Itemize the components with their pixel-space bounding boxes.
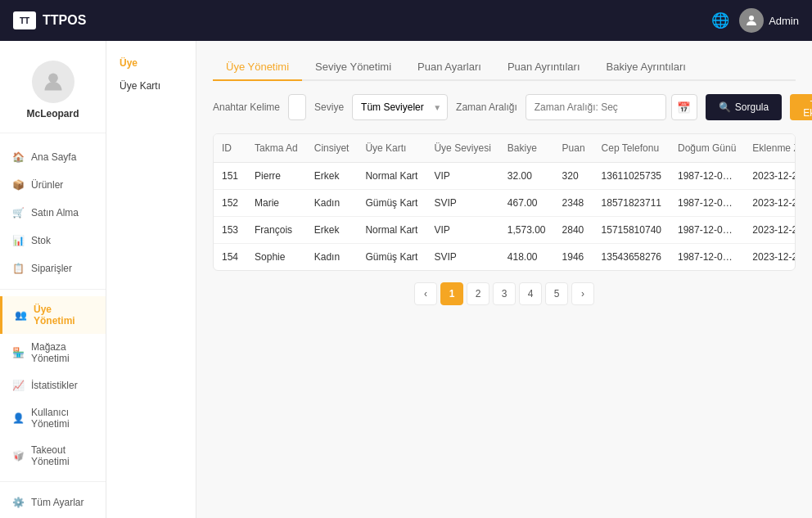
cell-puan: 320 [554, 163, 593, 190]
cell-uye-karti: Normal Kart [357, 163, 426, 190]
globe-icon[interactable]: 🌐 [711, 11, 729, 29]
box-icon: 📦 [11, 178, 25, 191]
zaman-araligi-input[interactable] [526, 94, 666, 120]
tab-uye-yonetimi[interactable]: Üye Yönetimi [213, 54, 302, 81]
sorgu-label: Sorgula [735, 101, 769, 113]
content-area: Üye Üye Kartı Üye Yönetimi Seviye Yöneti… [106, 41, 812, 518]
user-cog-icon: 👤 [11, 412, 25, 425]
page-4-button[interactable]: 4 [519, 282, 542, 305]
main-content: Üye Yönetimi Seviye Yönetimi Puan Ayarla… [196, 41, 812, 518]
col-cinsiyet: Cinsiyet [306, 134, 358, 163]
cell-id: 151 [214, 163, 246, 190]
settings-icon: ⚙️ [11, 496, 25, 509]
cell-dogum-gunu: 1987-12-0… [670, 163, 744, 190]
sidebar-item-takeout-yonetimi[interactable]: 🥡 Takeout Yönetimi [0, 437, 106, 475]
topbar: TT TTPOS 🌐 Admin [0, 0, 812, 41]
sidebar-item-uye-yonetimi[interactable]: 👥 Üye Yönetimi [0, 296, 106, 334]
sidebar: McLeopard 🏠 Ana Sayfa 📦 Ürünler 🛒 Satın … [0, 41, 106, 518]
col-puan: Puan [554, 134, 593, 163]
sidebar-item-kullanici-yonetimi[interactable]: 👤 Kullanıcı Yönetimi [0, 399, 106, 437]
home-icon: 🏠 [11, 151, 25, 164]
users-icon: 👥 [14, 309, 27, 322]
cell-dogum-gunu: 1987-12-0… [670, 217, 744, 244]
page-next-button[interactable]: › [571, 282, 594, 305]
logo: TT TTPOS [13, 11, 86, 29]
cell-cinsiyet: Erkek [306, 217, 358, 244]
cell-uye-seviyesi: SVIP [426, 190, 498, 217]
table-row: 151 Pierre Erkek Normal Kart VIP 32.00 3… [214, 163, 796, 190]
cell-eklenme-zamani: 2023-12-29 15:26:26 [744, 163, 796, 190]
seviye-select-wrap: Tüm Seviyeler VIP SVIP Normal ▼ [352, 94, 448, 120]
page-2-button[interactable]: 2 [467, 282, 489, 305]
store-icon: 🏪 [11, 346, 25, 359]
list-icon: 📋 [11, 262, 25, 275]
sub-nav-uye-karti[interactable]: Üye Kartı [106, 74, 196, 98]
svg-point-0 [749, 16, 754, 20]
cell-eklenme-zamani: 2023-12-29 10:39:04 [744, 244, 796, 271]
seviye-select[interactable]: Tüm Seviyeler VIP SVIP Normal [352, 94, 448, 120]
cell-uye-karti: Gümüş Kart [357, 190, 426, 217]
table-row: 154 Sophie Kadın Gümüş Kart SVIP 418.00 … [214, 244, 796, 271]
admin-avatar [739, 8, 764, 33]
cell-takma-ad: Pierre [246, 163, 306, 190]
sidebar-item-satin-alma[interactable]: 🛒 Satın Alma [0, 199, 106, 227]
cell-puan: 2348 [554, 190, 593, 217]
page-1-button[interactable]: 1 [440, 282, 463, 305]
sidebar-item-istatistikler[interactable]: 📈 İstatistikler [0, 372, 106, 399]
cell-takma-ad: Marie [246, 190, 306, 217]
sidebar-item-label: Ana Sayfa [31, 151, 76, 163]
sidebar-item-magaza-yonetimi[interactable]: 🏪 Mağaza Yönetimi [0, 334, 106, 372]
cell-bakiye: 1,573.00 [499, 217, 554, 244]
cell-dogum-gunu: 1987-12-0… [670, 244, 744, 271]
sidebar-item-stok[interactable]: 📊 Stok [0, 227, 106, 254]
sidebar-item-label: Takeout Yönetimi [31, 444, 94, 467]
anahtar-kelime-input[interactable] [288, 94, 306, 120]
cell-puan: 1946 [554, 244, 593, 271]
members-table-wrap: ID Takma Ad Cinsiyet Üye Kartı Üye Seviy… [213, 133, 796, 271]
cell-uye-seviyesi: SVIP [426, 244, 498, 271]
members-table: ID Takma Ad Cinsiyet Üye Kartı Üye Seviy… [214, 134, 796, 270]
ekle-label: + Ekle [803, 96, 812, 119]
topbar-right: 🌐 Admin [711, 8, 799, 33]
sidebar-item-urunler[interactable]: 📦 Ürünler [0, 171, 106, 199]
sidebar-nav: 🏠 Ana Sayfa 📦 Ürünler 🛒 Satın Alma 📊 Sto… [0, 140, 106, 518]
profile-avatar [32, 61, 74, 103]
sidebar-item-label: Mağaza Yönetimi [31, 341, 94, 364]
cell-cep-telefonu: 13611025735 [593, 163, 670, 190]
sub-nav-header: Üye [106, 52, 196, 74]
tab-puan-ayarlari[interactable]: Puan Ayarları [404, 54, 494, 81]
cell-cep-telefonu: 15715810740 [593, 217, 670, 244]
seviye-label: Seviye [314, 101, 344, 113]
ekle-button[interactable]: + Ekle [790, 94, 812, 120]
calendar-button[interactable]: 📅 [671, 94, 697, 120]
tab-puan-ayrintilari[interactable]: Puan Ayrıntıları [494, 54, 593, 81]
col-dogum-gunu: Doğum Günü [670, 134, 744, 163]
sorgu-button[interactable]: 🔍 Sorgula [706, 94, 782, 120]
logo-text: TTPOS [43, 13, 86, 28]
page-5-button[interactable]: 5 [545, 282, 568, 305]
tab-bakiye-ayrintilari[interactable]: Bakiye Ayrıntıları [593, 54, 699, 81]
page-prev-button[interactable]: ‹ [414, 282, 437, 305]
table-row: 153 François Erkek Normal Kart VIP 1,573… [214, 217, 796, 244]
cell-cinsiyet: Kadın [306, 190, 358, 217]
cell-takma-ad: François [246, 217, 306, 244]
col-eklenme-zamani: Eklenme Zamanı [744, 134, 796, 163]
cell-takma-ad: Sophie [246, 244, 306, 271]
stack-icon: 📊 [11, 234, 25, 247]
sidebar-item-ana-sayfa[interactable]: 🏠 Ana Sayfa [0, 143, 106, 171]
col-cep-telefonu: Cep Telefonu [593, 134, 670, 163]
admin-badge: Admin [739, 8, 799, 33]
sidebar-item-label: Kullanıcı Yönetimi [31, 407, 94, 430]
search-icon: 🔍 [719, 101, 731, 113]
tab-seviye-yonetimi[interactable]: Seviye Yönetimi [302, 54, 404, 81]
sidebar-item-siparisler[interactable]: 📋 Siparişler [0, 254, 106, 282]
sidebar-item-label: Ürünler [31, 179, 63, 191]
cell-uye-karti: Normal Kart [357, 217, 426, 244]
sidebar-item-tum-ayarlar[interactable]: ⚙️ Tüm Ayarlar [0, 489, 106, 516]
cell-bakiye: 418.00 [499, 244, 554, 271]
col-bakiye: Bakiye [499, 134, 554, 163]
col-id: ID [214, 134, 246, 163]
cart-icon: 🛒 [11, 206, 25, 219]
sidebar-item-label: Tüm Ayarlar [31, 497, 83, 508]
page-3-button[interactable]: 3 [493, 282, 516, 305]
